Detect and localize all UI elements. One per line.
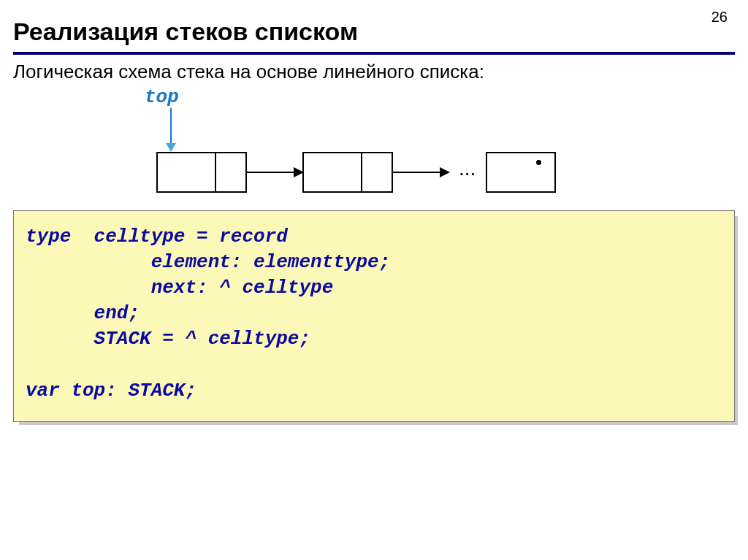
heading-rule	[13, 52, 735, 55]
code-line: type celltype = record	[26, 226, 288, 248]
list-terminal-node	[486, 152, 556, 193]
node-pointer-field	[216, 153, 245, 191]
node-row: ...	[156, 152, 556, 193]
code-line: var top: STACK;	[26, 380, 196, 402]
code-content: type celltype = record element: elementt…	[13, 210, 735, 422]
node-data-field	[158, 153, 216, 191]
code-block: type celltype = record element: elementt…	[13, 210, 735, 422]
arrow-right-icon	[393, 172, 449, 173]
page-title: Реализация стеков списком	[0, 0, 748, 50]
list-node	[302, 152, 393, 193]
list-node	[156, 152, 247, 193]
node-pointer-field	[362, 153, 392, 191]
code-line: next: ^ celltype	[26, 277, 333, 299]
arrow-down-icon	[162, 108, 180, 153]
svg-marker-1	[166, 143, 176, 152]
code-line: end;	[26, 302, 140, 324]
top-pointer-label: top	[145, 86, 179, 108]
arrow-right-icon	[247, 172, 302, 173]
code-line: element: elementtype;	[26, 251, 390, 273]
ellipsis: ...	[449, 157, 486, 188]
svg-marker-5	[440, 167, 450, 177]
page-number: 26	[711, 9, 728, 26]
linked-list-diagram: top ...	[13, 86, 735, 210]
code-line: STACK = ^ celltype;	[26, 328, 310, 350]
null-dot-icon	[536, 160, 541, 165]
node-data-field	[304, 153, 362, 191]
subtitle: Логическая схема стека на основе линейно…	[0, 59, 748, 86]
